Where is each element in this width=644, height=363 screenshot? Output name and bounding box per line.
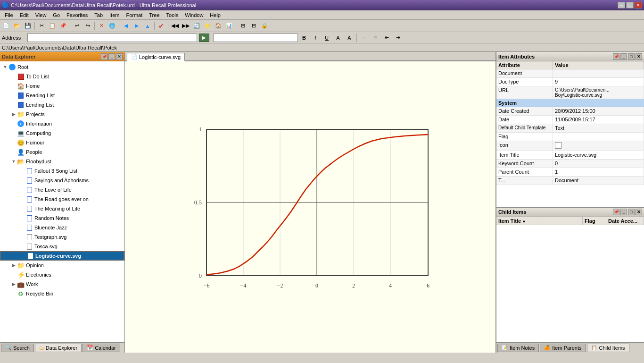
tree-item-opinion[interactable]: ▶ 📁 Opinion [0,261,124,270]
menu-item[interactable]: Item [107,12,122,18]
paste-button[interactable]: 📌 [58,21,68,31]
tree-item-tosca[interactable]: ▶ Tosca.svg [0,242,124,251]
tree-item-people[interactable]: ▶ 👤 People [0,147,124,157]
tree-item-floobydust[interactable]: ▼ 📂 Floobydust [0,157,124,166]
indent-btn2[interactable]: ⇥ [393,33,403,43]
maximize-button[interactable]: □ [626,2,634,8]
format-btn2[interactable]: A [344,33,355,43]
minimize-button[interactable]: – [618,2,625,8]
title-bar-controls[interactable]: – □ ✕ [618,2,642,8]
expand-projects[interactable]: ▶ [10,111,17,118]
nav2-button[interactable]: ▶▶ [181,21,191,31]
tree-item-recycle[interactable]: ▶ ♻ Recycle Bin [0,289,124,298]
nav1-button[interactable]: ◀◀ [170,21,180,31]
save-button[interactable]: 💾 [23,21,33,31]
copy-button[interactable]: 📋 [47,21,58,31]
attr-panel-pin[interactable]: 📌 [613,53,619,60]
tree-item-fallout[interactable]: ▶ Fallout 3 Song List [0,166,124,176]
nav4-button[interactable]: ⭐ [202,21,213,31]
menu-favorites[interactable]: Favorites [64,12,91,18]
child-col-date[interactable]: Date Acce... [606,217,644,225]
menu-tools[interactable]: Tools [164,12,182,18]
menu-file[interactable]: File [2,12,16,18]
child-panel-pin[interactable]: 📌 [613,209,619,215]
up-button[interactable]: ▲ [142,21,153,31]
expand-work[interactable]: ▶ [10,281,17,287]
child-col-item-title[interactable]: Item Title ▲ [496,217,583,225]
bold-button[interactable]: B [299,33,309,43]
tab-calendar[interactable]: 📅 Calendar [83,344,120,352]
menu-window[interactable]: Window [182,12,206,18]
delete-button[interactable]: ✕ [96,21,107,31]
child-panel-min[interactable]: _ [620,209,627,215]
web-button[interactable]: 🌐 [107,21,117,31]
tree-item-reading[interactable]: ▶ Reading List [0,91,124,100]
tree-item-projects[interactable]: ▶ 📁 Projects [0,110,124,119]
tree-item-logistic[interactable]: ▶ Logistic-curve.svg [0,251,124,261]
expand-floobydust[interactable]: ▼ [10,158,17,165]
tab-search[interactable]: 🔍 Search [1,344,34,352]
tree-item-lending[interactable]: ▶ Lending List [0,100,124,110]
layout2-button[interactable]: ⊟ [248,21,259,31]
list-btn1[interactable]: ≡ [359,33,369,43]
attr-panel-min[interactable]: _ [620,53,627,60]
redo-button[interactable]: ↪ [83,21,93,31]
layout1-button[interactable]: ⊞ [238,21,248,31]
panel-pin-button[interactable]: 📌 [101,53,107,60]
list-btn2[interactable]: ≣ [370,33,380,43]
tree-item-road[interactable]: ▶ The Road goes ever on [0,194,124,204]
child-panel-close[interactable]: ✕ [636,209,642,215]
tab-child-items[interactable]: 📋 Child Items [587,344,629,352]
address-input[interactable] [27,34,197,42]
menu-tab[interactable]: Tab [91,12,106,18]
tree-item-random[interactable]: ▶ Random Notes [0,213,124,223]
child-panel-max[interactable]: □ [628,209,635,215]
tree-item-information[interactable]: ▶ i Information [0,119,124,128]
attr-panel-max[interactable]: □ [628,53,635,60]
tree-item-humour[interactable]: ▶ 😊 Humour [0,138,124,147]
tree-item-root[interactable]: ▼ Root [0,62,124,72]
tree-item-bluenote[interactable]: ▶ Bluenote Jazz [0,223,124,232]
new-button[interactable]: 📄 [1,21,11,31]
panel-minimize-button[interactable]: _ [108,53,115,60]
tree-item-meaning[interactable]: ▶ The Meaning of Life [0,204,124,213]
menu-go[interactable]: Go [50,12,63,18]
tab-logistic-curve[interactable]: 📄 Logistic-curve.svg [127,53,185,61]
tree-item-computing[interactable]: ▶ 💻 Computing [0,128,124,138]
format-btn1[interactable]: A [333,33,343,43]
check-button[interactable]: ✔ [156,21,166,31]
nav6-button[interactable]: 📊 [224,21,234,31]
nav3-button[interactable]: 🔄 [191,21,202,31]
menu-help[interactable]: Help [207,12,223,18]
open-button[interactable]: 📂 [12,21,22,31]
tab-data-explorer[interactable]: 🗂 Data Explorer [35,344,82,352]
lock-button[interactable]: 🔒 [259,21,270,31]
tab-item-notes[interactable]: 📝 Item Notes [497,344,539,352]
tree-item-work[interactable]: ▶ 💼 Work [0,279,124,289]
search-input[interactable] [213,34,298,42]
undo-button[interactable]: ↩ [72,21,82,31]
tree-item-home[interactable]: ▶ 🏠 Home [0,81,124,91]
panel-close-button[interactable]: ✕ [116,53,123,60]
address-go-button[interactable]: ▶ [199,34,209,42]
tree-item-electronics[interactable]: ▶ ⚡ Electronics [0,270,124,279]
tree-item-todo[interactable]: ▶ To Do List [0,72,124,81]
close-button[interactable]: ✕ [635,2,642,8]
underline-button[interactable]: U [322,33,332,43]
expand-opinion[interactable]: ▶ [10,262,17,269]
menu-edit[interactable]: Edit [17,12,32,18]
back-button[interactable]: ◀ [121,21,131,31]
child-col-flag[interactable]: Flag [583,217,606,225]
tree-item-sayings[interactable]: ▶ Sayings and Aphorisms [0,176,124,185]
attr-panel-close[interactable]: ✕ [636,53,642,60]
tab-item-parents[interactable]: 🍊 Item Parents [540,344,586,352]
indent-btn1[interactable]: ⇤ [381,33,392,43]
menu-view[interactable]: View [33,12,50,18]
italic-button[interactable]: I [310,33,321,43]
cut-button[interactable]: ✂ [36,21,47,31]
menu-format[interactable]: Format [123,12,145,18]
expand-root[interactable]: ▼ [2,64,8,70]
nav5-button[interactable]: 🏠 [213,21,223,31]
tree-item-love[interactable]: ▶ The Love of Life [0,185,124,194]
forward-button[interactable]: ▶ [132,21,142,31]
